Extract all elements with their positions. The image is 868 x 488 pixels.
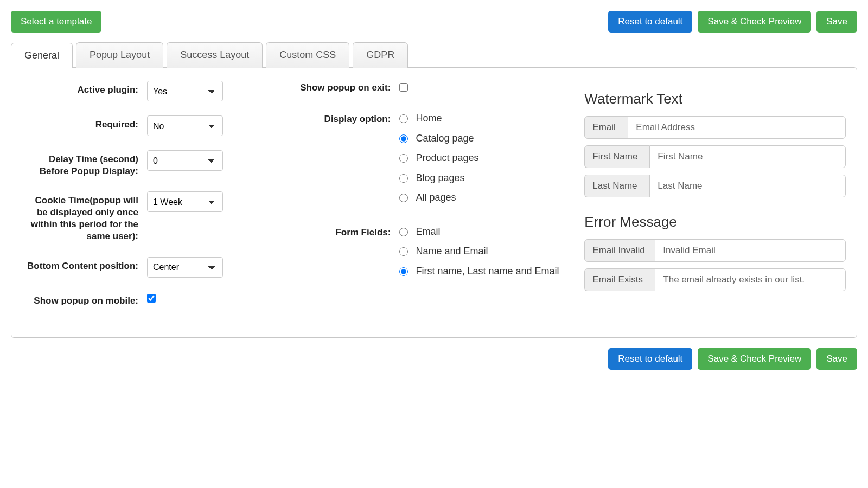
- error-input-invalid[interactable]: [655, 239, 846, 262]
- top-toolbar: Select a template Reset to default Save …: [11, 11, 857, 33]
- radio-blog[interactable]: Blog pages: [399, 172, 563, 184]
- active-plugin-select[interactable]: Yes: [147, 81, 223, 101]
- tab-general[interactable]: General: [11, 43, 73, 68]
- radio-ff-first-last-email-input[interactable]: [399, 267, 408, 276]
- save-button-bottom[interactable]: Save: [816, 348, 857, 370]
- radio-all-input[interactable]: [399, 194, 408, 202]
- tab-success-layout[interactable]: Success Layout: [167, 42, 263, 68]
- radio-ff-name-email-input[interactable]: [399, 247, 408, 256]
- error-row-exists: Email Exists: [584, 268, 846, 291]
- delay-time-select[interactable]: 0: [147, 150, 223, 171]
- required-select[interactable]: No: [147, 115, 223, 136]
- radio-home[interactable]: Home: [399, 112, 563, 125]
- show-on-exit-label: Show popup on exit:: [291, 81, 399, 94]
- reset-button-top[interactable]: Reset to default: [608, 11, 692, 33]
- watermark-row-lastname: Last Name: [584, 175, 846, 197]
- watermark-row-firstname: First Name: [584, 145, 846, 168]
- tab-custom-css[interactable]: Custom CSS: [266, 42, 349, 68]
- error-addon-exists: Email Exists: [584, 268, 655, 291]
- col-right: Watermark Text Email First Name Last Nam…: [584, 81, 846, 321]
- tab-bar: General Popup Layout Success Layout Cust…: [11, 42, 857, 68]
- radio-home-text: Home: [416, 112, 442, 125]
- display-option-label: Display option:: [291, 112, 399, 125]
- radio-ff-name-email-text: Name and Email: [416, 245, 488, 258]
- radio-product-text: Product pages: [416, 152, 478, 164]
- show-on-exit-checkbox[interactable]: [399, 83, 408, 92]
- show-mobile-label: Show popup on mobile:: [22, 292, 147, 307]
- radio-all-text: All pages: [416, 191, 456, 204]
- watermark-input-lastname[interactable]: [649, 175, 846, 197]
- radio-ff-email-input[interactable]: [399, 228, 408, 236]
- col-left: Active plugin: Yes Required: No Delay Ti…: [22, 81, 269, 321]
- radio-ff-name-email[interactable]: Name and Email: [399, 245, 563, 258]
- display-option-group: Home Catalog page Product pages Blo: [399, 112, 563, 204]
- radio-ff-email[interactable]: Email: [399, 226, 563, 238]
- reset-button-bottom[interactable]: Reset to default: [608, 348, 692, 370]
- radio-product-input[interactable]: [399, 154, 408, 163]
- bottom-content-label: Bottom Content position:: [22, 257, 147, 272]
- tab-popup-layout[interactable]: Popup Layout: [76, 42, 163, 68]
- cookie-time-label: Cookie Time(popup will be displayed only…: [22, 191, 147, 242]
- col-middle: Show popup on exit: Display option: Home: [291, 81, 563, 321]
- error-heading: Error Message: [584, 214, 846, 230]
- radio-all[interactable]: All pages: [399, 191, 563, 204]
- error-row-invalid: Email Invalid: [584, 239, 846, 262]
- form-fields-group: Email Name and Email First name, Last na…: [399, 226, 563, 278]
- tab-gdpr[interactable]: GDPR: [353, 42, 408, 68]
- watermark-row-email: Email: [584, 116, 846, 139]
- radio-blog-input[interactable]: [399, 174, 408, 183]
- watermark-input-firstname[interactable]: [649, 145, 846, 168]
- select-template-button[interactable]: Select a template: [11, 11, 101, 33]
- save-preview-button-bottom[interactable]: Save & Check Preview: [698, 348, 811, 370]
- bottom-content-select[interactable]: Center: [147, 257, 223, 278]
- delay-time-label: Delay Time (second) Before Popup Display…: [22, 150, 147, 177]
- radio-catalog[interactable]: Catalog page: [399, 132, 563, 145]
- show-mobile-checkbox[interactable]: [147, 294, 156, 303]
- radio-ff-email-text: Email: [416, 226, 440, 238]
- radio-product[interactable]: Product pages: [399, 152, 563, 164]
- radio-ff-first-last-email-text: First name, Last name and Email: [416, 265, 559, 278]
- watermark-heading: Watermark Text: [584, 91, 846, 107]
- watermark-input-email[interactable]: [628, 116, 846, 139]
- save-preview-button-top[interactable]: Save & Check Preview: [698, 11, 811, 33]
- cookie-time-select[interactable]: 1 Week: [147, 191, 223, 212]
- bottom-toolbar: Reset to default Save & Check Preview Sa…: [11, 348, 857, 370]
- watermark-addon-firstname: First Name: [584, 145, 649, 168]
- watermark-addon-email: Email: [584, 116, 628, 139]
- radio-catalog-input[interactable]: [399, 134, 408, 143]
- radio-home-input[interactable]: [399, 114, 408, 123]
- save-button-top[interactable]: Save: [816, 11, 857, 33]
- error-input-exists[interactable]: [655, 268, 846, 291]
- radio-blog-text: Blog pages: [416, 172, 464, 184]
- required-label: Required:: [22, 115, 147, 131]
- radio-catalog-text: Catalog page: [416, 132, 474, 145]
- top-toolbar-right: Reset to default Save & Check Preview Sa…: [608, 11, 857, 33]
- panel-general: Active plugin: Yes Required: No Delay Ti…: [11, 67, 857, 338]
- radio-ff-first-last-email[interactable]: First name, Last name and Email: [399, 265, 563, 278]
- active-plugin-label: Active plugin:: [22, 81, 147, 96]
- watermark-addon-lastname: Last Name: [584, 175, 649, 197]
- error-addon-invalid: Email Invalid: [584, 239, 655, 262]
- form-fields-label: Form Fields:: [291, 226, 399, 239]
